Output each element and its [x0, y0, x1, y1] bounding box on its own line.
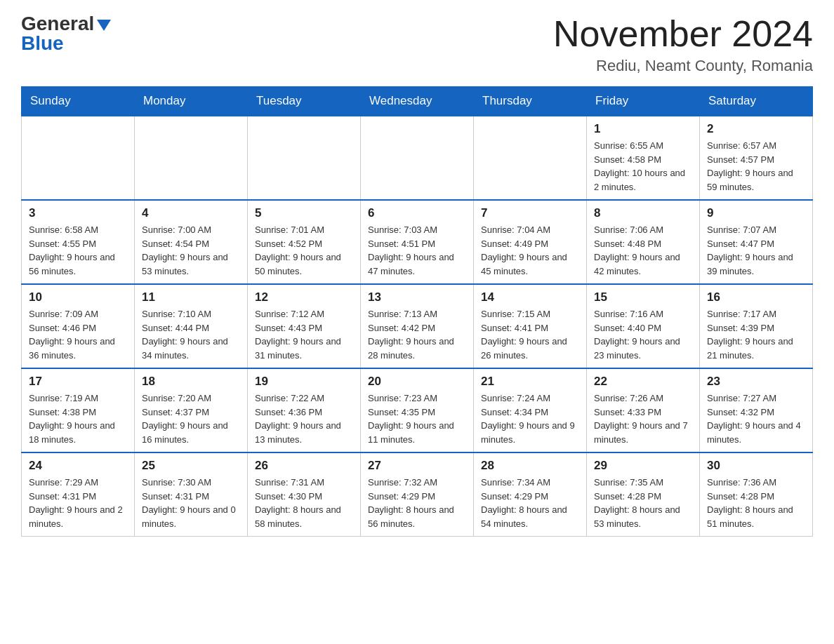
- day-number: 11: [142, 290, 240, 304]
- day-info: Sunrise: 7:36 AM Sunset: 4:28 PM Dayligh…: [707, 476, 805, 530]
- day-number: 3: [29, 206, 127, 220]
- calendar-table: SundayMondayTuesdayWednesdayThursdayFrid…: [21, 86, 813, 537]
- day-info: Sunrise: 7:03 AM Sunset: 4:51 PM Dayligh…: [368, 223, 466, 278]
- day-number: 17: [29, 375, 127, 389]
- calendar-cell: 8Sunrise: 7:06 AM Sunset: 4:48 PM Daylig…: [587, 200, 700, 284]
- day-number: 22: [594, 375, 692, 389]
- day-info: Sunrise: 7:06 AM Sunset: 4:48 PM Dayligh…: [594, 223, 692, 278]
- logo: General Blue: [21, 14, 111, 53]
- calendar-cell: 29Sunrise: 7:35 AM Sunset: 4:28 PM Dayli…: [587, 452, 700, 537]
- day-number: 18: [142, 375, 240, 389]
- day-of-week-header: Saturday: [700, 87, 813, 116]
- week-row: 3Sunrise: 6:58 AM Sunset: 4:55 PM Daylig…: [22, 200, 813, 284]
- day-info: Sunrise: 7:15 AM Sunset: 4:41 PM Dayligh…: [481, 307, 579, 362]
- calendar-cell: 6Sunrise: 7:03 AM Sunset: 4:51 PM Daylig…: [361, 200, 474, 284]
- day-number: 14: [481, 290, 579, 304]
- day-info: Sunrise: 7:17 AM Sunset: 4:39 PM Dayligh…: [707, 307, 805, 362]
- day-info: Sunrise: 7:13 AM Sunset: 4:42 PM Dayligh…: [368, 307, 466, 362]
- day-number: 25: [142, 459, 240, 473]
- header: General Blue November 2024 Rediu, Neamt …: [21, 14, 813, 75]
- day-info: Sunrise: 7:30 AM Sunset: 4:31 PM Dayligh…: [142, 476, 240, 530]
- day-info: Sunrise: 7:20 AM Sunset: 4:37 PM Dayligh…: [142, 391, 240, 446]
- day-number: 23: [707, 375, 805, 389]
- day-info: Sunrise: 7:00 AM Sunset: 4:54 PM Dayligh…: [142, 223, 240, 278]
- day-number: 29: [594, 459, 692, 473]
- day-number: 27: [368, 459, 466, 473]
- calendar-cell: 13Sunrise: 7:13 AM Sunset: 4:42 PM Dayli…: [361, 284, 474, 368]
- calendar-cell: 30Sunrise: 7:36 AM Sunset: 4:28 PM Dayli…: [700, 452, 813, 537]
- day-of-week-header: Tuesday: [248, 87, 361, 116]
- calendar-cell: 22Sunrise: 7:26 AM Sunset: 4:33 PM Dayli…: [587, 368, 700, 452]
- day-number: 15: [594, 290, 692, 304]
- day-number: 13: [368, 290, 466, 304]
- day-number: 20: [368, 375, 466, 389]
- day-info: Sunrise: 7:12 AM Sunset: 4:43 PM Dayligh…: [255, 307, 353, 362]
- header-row: SundayMondayTuesdayWednesdayThursdayFrid…: [22, 87, 813, 116]
- calendar-cell: 20Sunrise: 7:23 AM Sunset: 4:35 PM Dayli…: [361, 368, 474, 452]
- week-row: 10Sunrise: 7:09 AM Sunset: 4:46 PM Dayli…: [22, 284, 813, 368]
- month-title: November 2024: [553, 14, 813, 54]
- day-info: Sunrise: 7:04 AM Sunset: 4:49 PM Dayligh…: [481, 223, 579, 278]
- week-row: 1Sunrise: 6:55 AM Sunset: 4:58 PM Daylig…: [22, 116, 813, 200]
- calendar-cell: 27Sunrise: 7:32 AM Sunset: 4:29 PM Dayli…: [361, 452, 474, 537]
- calendar-cell: 11Sunrise: 7:10 AM Sunset: 4:44 PM Dayli…: [135, 284, 248, 368]
- day-number: 7: [481, 206, 579, 220]
- day-number: 30: [707, 459, 805, 473]
- day-info: Sunrise: 7:07 AM Sunset: 4:47 PM Dayligh…: [707, 223, 805, 278]
- day-info: Sunrise: 6:57 AM Sunset: 4:57 PM Dayligh…: [707, 139, 805, 194]
- location: Rediu, Neamt County, Romania: [553, 57, 813, 75]
- day-number: 10: [29, 290, 127, 304]
- calendar-cell: 17Sunrise: 7:19 AM Sunset: 4:38 PM Dayli…: [22, 368, 135, 452]
- calendar-cell: 5Sunrise: 7:01 AM Sunset: 4:52 PM Daylig…: [248, 200, 361, 284]
- day-of-week-header: Wednesday: [361, 87, 474, 116]
- calendar-cell: [474, 116, 587, 200]
- logo-blue-text: Blue: [21, 34, 64, 53]
- calendar-cell: 18Sunrise: 7:20 AM Sunset: 4:37 PM Dayli…: [135, 368, 248, 452]
- day-of-week-header: Thursday: [474, 87, 587, 116]
- day-info: Sunrise: 7:24 AM Sunset: 4:34 PM Dayligh…: [481, 391, 579, 446]
- day-number: 24: [29, 459, 127, 473]
- calendar-cell: 4Sunrise: 7:00 AM Sunset: 4:54 PM Daylig…: [135, 200, 248, 284]
- calendar-cell: 28Sunrise: 7:34 AM Sunset: 4:29 PM Dayli…: [474, 452, 587, 537]
- calendar-cell: 1Sunrise: 6:55 AM Sunset: 4:58 PM Daylig…: [587, 116, 700, 200]
- calendar-cell: 12Sunrise: 7:12 AM Sunset: 4:43 PM Dayli…: [248, 284, 361, 368]
- calendar-cell: 9Sunrise: 7:07 AM Sunset: 4:47 PM Daylig…: [700, 200, 813, 284]
- logo-triangle-icon: [97, 20, 111, 31]
- calendar-cell: 10Sunrise: 7:09 AM Sunset: 4:46 PM Dayli…: [22, 284, 135, 368]
- day-info: Sunrise: 7:19 AM Sunset: 4:38 PM Dayligh…: [29, 391, 127, 446]
- calendar-cell: [22, 116, 135, 200]
- day-number: 1: [594, 122, 692, 136]
- day-number: 9: [707, 206, 805, 220]
- day-number: 8: [594, 206, 692, 220]
- calendar-cell: 15Sunrise: 7:16 AM Sunset: 4:40 PM Dayli…: [587, 284, 700, 368]
- day-number: 16: [707, 290, 805, 304]
- calendar-cell: 14Sunrise: 7:15 AM Sunset: 4:41 PM Dayli…: [474, 284, 587, 368]
- day-number: 4: [142, 206, 240, 220]
- day-number: 21: [481, 375, 579, 389]
- day-info: Sunrise: 7:01 AM Sunset: 4:52 PM Dayligh…: [255, 223, 353, 278]
- week-row: 24Sunrise: 7:29 AM Sunset: 4:31 PM Dayli…: [22, 452, 813, 537]
- day-number: 19: [255, 375, 353, 389]
- day-info: Sunrise: 6:58 AM Sunset: 4:55 PM Dayligh…: [29, 223, 127, 278]
- calendar-cell: 2Sunrise: 6:57 AM Sunset: 4:57 PM Daylig…: [700, 116, 813, 200]
- calendar-cell: 19Sunrise: 7:22 AM Sunset: 4:36 PM Dayli…: [248, 368, 361, 452]
- day-info: Sunrise: 7:23 AM Sunset: 4:35 PM Dayligh…: [368, 391, 466, 446]
- day-info: Sunrise: 7:09 AM Sunset: 4:46 PM Dayligh…: [29, 307, 127, 362]
- day-info: Sunrise: 7:26 AM Sunset: 4:33 PM Dayligh…: [594, 391, 692, 446]
- day-of-week-header: Sunday: [22, 87, 135, 116]
- day-of-week-header: Monday: [135, 87, 248, 116]
- day-info: Sunrise: 7:34 AM Sunset: 4:29 PM Dayligh…: [481, 476, 579, 530]
- calendar-cell: [361, 116, 474, 200]
- day-of-week-header: Friday: [587, 87, 700, 116]
- calendar-cell: 16Sunrise: 7:17 AM Sunset: 4:39 PM Dayli…: [700, 284, 813, 368]
- day-number: 6: [368, 206, 466, 220]
- day-number: 2: [707, 122, 805, 136]
- day-info: Sunrise: 7:16 AM Sunset: 4:40 PM Dayligh…: [594, 307, 692, 362]
- calendar-cell: 7Sunrise: 7:04 AM Sunset: 4:49 PM Daylig…: [474, 200, 587, 284]
- day-info: Sunrise: 7:22 AM Sunset: 4:36 PM Dayligh…: [255, 391, 353, 446]
- calendar-cell: 25Sunrise: 7:30 AM Sunset: 4:31 PM Dayli…: [135, 452, 248, 537]
- day-number: 26: [255, 459, 353, 473]
- calendar-cell: [135, 116, 248, 200]
- day-info: Sunrise: 7:32 AM Sunset: 4:29 PM Dayligh…: [368, 476, 466, 530]
- day-info: Sunrise: 7:35 AM Sunset: 4:28 PM Dayligh…: [594, 476, 692, 530]
